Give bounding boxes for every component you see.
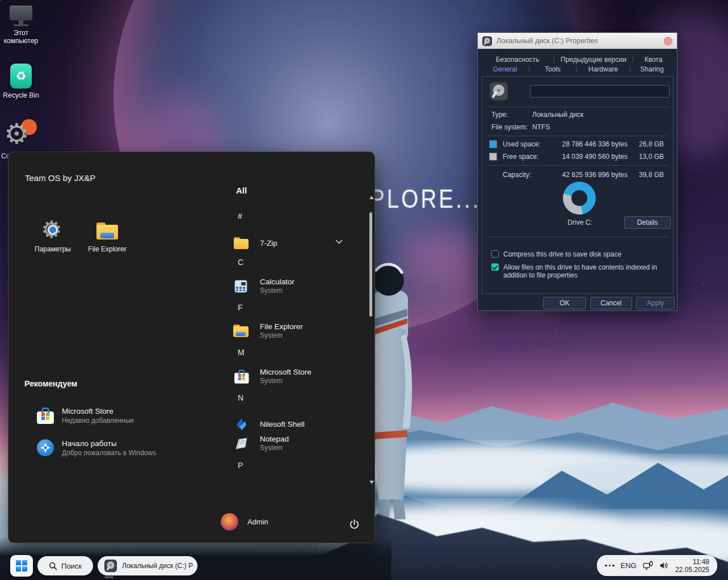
user-profile-button[interactable]: Admin bbox=[221, 513, 268, 531]
scrollbar-thumb[interactable] bbox=[369, 212, 372, 317]
language-indicator[interactable]: ENG bbox=[621, 561, 637, 570]
settings-gear-icon: ⚙ bbox=[41, 219, 65, 243]
drive-icon bbox=[482, 36, 492, 46]
used-space-size: 26,8 GB bbox=[639, 140, 664, 148]
free-space-swatch bbox=[489, 153, 497, 161]
pinned-app-settings[interactable]: ⚙ Параметры bbox=[26, 219, 80, 253]
used-space-swatch bbox=[489, 140, 497, 148]
compress-checkbox-row[interactable]: Compress this drive to save disk space bbox=[491, 250, 667, 258]
tray-time: 11:48 bbox=[675, 558, 709, 566]
wallpaper-headline-text: PLORE... bbox=[370, 183, 481, 214]
start-button[interactable] bbox=[10, 555, 33, 577]
get-started-icon bbox=[37, 439, 54, 456]
tab-previous-versions[interactable]: Предыдущие версии bbox=[554, 56, 633, 64]
taskbar-app-drive-properties[interactable]: Локальный диск (C:) P bbox=[98, 556, 197, 575]
volume-label-input[interactable] bbox=[530, 85, 670, 98]
desktop-icon-this-pc[interactable]: Этот компьютер bbox=[0, 6, 45, 45]
compress-checkbox-label: Compress this drive to save disk space bbox=[503, 250, 621, 258]
start-menu-brand: Team OS by JX&P bbox=[25, 173, 95, 183]
tab-tools[interactable]: Tools bbox=[529, 65, 576, 73]
details-button[interactable]: Details bbox=[624, 216, 671, 229]
gear-icon: ⚙ bbox=[4, 118, 30, 150]
desktop-icon-recycle-bin[interactable]: ♻ Recycle Bin bbox=[0, 64, 45, 99]
capacity-label: Capacity: bbox=[503, 171, 531, 179]
used-space-bytes: 28 786 446 336 bytes bbox=[562, 140, 628, 148]
drive-icon bbox=[104, 560, 117, 572]
index-checkbox-label: Allow files on this drive to have conten… bbox=[503, 263, 667, 279]
volume-icon[interactable] bbox=[659, 561, 669, 570]
system-tray: ENG 11:48 22.05.2025 bbox=[597, 555, 717, 576]
section-letter[interactable]: # bbox=[238, 212, 242, 221]
calculator-icon bbox=[233, 280, 249, 293]
tab-hardware[interactable]: Hardware bbox=[576, 65, 630, 73]
compress-checkbox[interactable] bbox=[491, 250, 499, 258]
search-label: Поиск bbox=[61, 562, 82, 570]
drive-caption: Drive C: bbox=[550, 218, 609, 226]
power-icon bbox=[349, 519, 360, 530]
windows-logo-icon bbox=[16, 560, 27, 571]
apply-button[interactable]: Apply bbox=[636, 297, 675, 309]
type-label: Type: bbox=[491, 111, 508, 119]
taskbar-app-label: Локальный диск (C:) P bbox=[122, 562, 193, 570]
section-letter[interactable]: F bbox=[238, 303, 243, 312]
microsoft-store-icon bbox=[233, 368, 249, 385]
power-button[interactable] bbox=[346, 516, 362, 532]
close-button[interactable] bbox=[664, 37, 672, 45]
free-space-size: 13,0 GB bbox=[639, 153, 664, 161]
tray-overflow-icon[interactable] bbox=[605, 565, 615, 567]
network-icon[interactable] bbox=[643, 561, 653, 571]
ok-button[interactable]: OK bbox=[543, 297, 586, 309]
used-space-label: Used space: bbox=[503, 140, 541, 148]
dialog-titlebar[interactable]: Локальный диск (C:) Properties bbox=[478, 33, 677, 49]
taskbar-search[interactable]: Поиск bbox=[37, 556, 93, 575]
free-space-label: Free space: bbox=[503, 153, 538, 161]
microsoft-store-icon bbox=[37, 407, 54, 424]
capacity-size: 39,8 GB bbox=[639, 171, 664, 179]
recommended-item-store[interactable]: Microsoft Store Недавно добавленные bbox=[37, 402, 207, 429]
desktop-icon-label: Recycle Bin bbox=[0, 91, 45, 99]
app-list-item-microsoft-store[interactable]: Microsoft Store System bbox=[233, 365, 375, 387]
all-apps-header: All bbox=[236, 186, 247, 195]
tab-general[interactable]: General bbox=[481, 65, 529, 73]
tab-quota[interactable]: Квота bbox=[633, 56, 674, 64]
cancel-button[interactable]: Cancel bbox=[590, 297, 632, 309]
section-letter[interactable]: N bbox=[238, 393, 243, 402]
app-list-item-notepad[interactable]: Notepad System bbox=[233, 432, 375, 454]
app-list-item-nilesoft-shell[interactable]: Nilesoft Shell bbox=[233, 413, 375, 435]
capacity-bytes: 42 825 936 896 bytes bbox=[562, 171, 628, 179]
search-icon bbox=[49, 562, 57, 570]
scrollbar-up-arrow[interactable] bbox=[369, 196, 374, 199]
pinned-app-file-explorer[interactable]: File Explorer bbox=[80, 219, 134, 253]
section-letter[interactable]: P bbox=[238, 461, 243, 470]
chevron-down-icon[interactable] bbox=[335, 239, 343, 244]
folder-icon bbox=[96, 222, 118, 239]
scrollbar-down-arrow[interactable] bbox=[369, 481, 374, 484]
section-letter[interactable]: C bbox=[238, 258, 243, 267]
desktop-root: PLORE... bbox=[0, 0, 728, 580]
dialog-title: Локальный диск (C:) Properties bbox=[496, 37, 659, 45]
nilesoft-shell-icon bbox=[233, 417, 249, 431]
folder-icon bbox=[233, 325, 249, 337]
recommended-header: Рекомендуем bbox=[24, 379, 77, 388]
tab-sharing[interactable]: Sharing bbox=[630, 65, 674, 73]
app-list-item-file-explorer[interactable]: File Explorer System bbox=[233, 320, 375, 342]
user-name: Admin bbox=[247, 518, 268, 526]
app-list-item-7zip[interactable]: 7-Zip bbox=[233, 232, 375, 254]
index-checkbox-row[interactable]: Allow files on this drive to have conten… bbox=[491, 263, 667, 279]
type-value: Локальный диск bbox=[532, 111, 583, 119]
app-list-scrollbar[interactable] bbox=[369, 200, 373, 480]
recycle-bin-icon: ♻ bbox=[10, 64, 32, 89]
drive-icon-large bbox=[489, 82, 508, 101]
general-tab-panel: Type: Локальный диск File system: NTFS U… bbox=[482, 76, 674, 294]
section-letter[interactable]: M bbox=[238, 348, 245, 357]
clock[interactable]: 11:48 22.05.2025 bbox=[675, 558, 709, 574]
notepad-icon bbox=[233, 436, 249, 451]
index-checkbox[interactable] bbox=[491, 263, 499, 271]
desktop-icon-label: Этот компьютер bbox=[0, 29, 45, 45]
desktop-icon-control-panel[interactable]: ⚙ bbox=[0, 118, 45, 150]
tab-security[interactable]: Безопасность bbox=[481, 56, 554, 64]
user-avatar bbox=[221, 513, 238, 531]
app-list-item-calculator[interactable]: Calculator System bbox=[233, 275, 375, 297]
filesystem-value: NTFS bbox=[532, 123, 550, 131]
recommended-item-get-started[interactable]: Начало работы Добро пожаловать в Windows bbox=[37, 434, 207, 461]
